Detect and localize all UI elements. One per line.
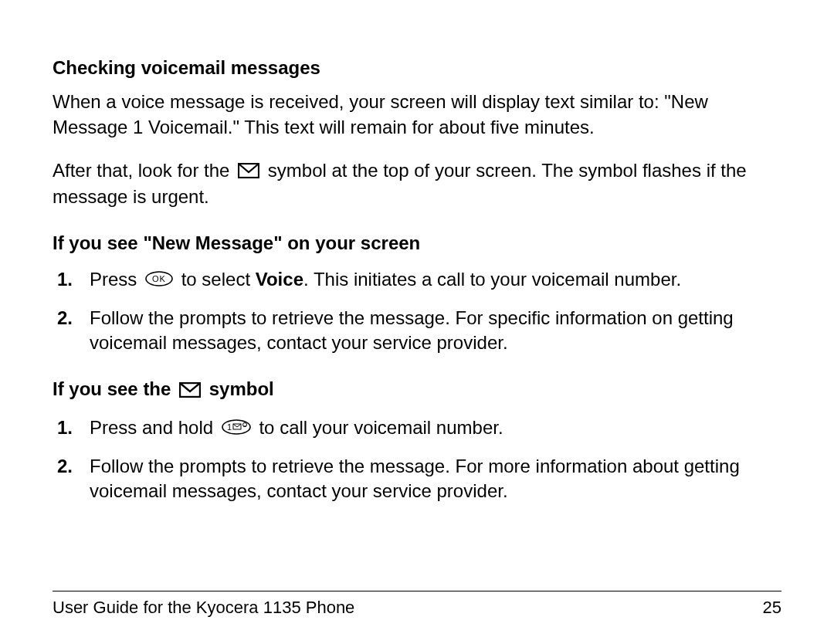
list-item: Press and hold 1 to call your voicemail … bbox=[53, 415, 781, 442]
section-heading: Checking voicemail messages bbox=[53, 56, 781, 80]
svg-text:OK: OK bbox=[152, 274, 166, 283]
footer-row: User Guide for the Kyocera 1135 Phone 25 bbox=[53, 598, 781, 618]
footer-divider bbox=[53, 591, 781, 591]
list-item: Press OK to select Voice. This initiates… bbox=[53, 267, 781, 293]
svg-text:1: 1 bbox=[227, 422, 232, 432]
list-2: Press and hold 1 to call your voicemail … bbox=[53, 415, 781, 504]
list1-item1-a: Press bbox=[90, 269, 142, 290]
subheading-2-a: If you see the bbox=[53, 378, 176, 399]
page-number: 25 bbox=[763, 598, 781, 618]
ok-button-icon: OK bbox=[145, 268, 173, 293]
envelope-icon bbox=[238, 160, 259, 185]
subheading-2-b: symbol bbox=[209, 378, 274, 399]
list2-item1-a: Press and hold bbox=[90, 417, 219, 438]
list-item: Follow the prompts to retrieve the messa… bbox=[53, 454, 781, 504]
paragraph-1: When a voice message is received, your s… bbox=[53, 90, 781, 140]
page-content: Checking voicemail messages When a voice… bbox=[53, 56, 781, 503]
subheading-1: If you see "New Message" on your screen bbox=[53, 231, 781, 256]
list2-item1-b: to call your voicemail number. bbox=[259, 417, 503, 438]
list1-item1-voice: Voice bbox=[256, 269, 303, 290]
page-footer: User Guide for the Kyocera 1135 Phone 25 bbox=[53, 591, 781, 618]
list-1: Press OK to select Voice. This initiates… bbox=[53, 267, 781, 356]
footer-title: User Guide for the Kyocera 1135 Phone bbox=[53, 598, 354, 618]
list1-item1-d: . This initiates a call to your voicemai… bbox=[303, 269, 681, 290]
paragraph-2-part-a: After that, look for the bbox=[53, 160, 235, 181]
one-key-icon: 1 bbox=[222, 416, 251, 441]
list1-item1-b: to select bbox=[181, 269, 256, 290]
subheading-2: If you see the symbol bbox=[53, 377, 781, 404]
list-item: Follow the prompts to retrieve the messa… bbox=[53, 306, 781, 356]
envelope-icon bbox=[179, 379, 201, 404]
paragraph-2: After that, look for the symbol at the t… bbox=[53, 158, 781, 209]
